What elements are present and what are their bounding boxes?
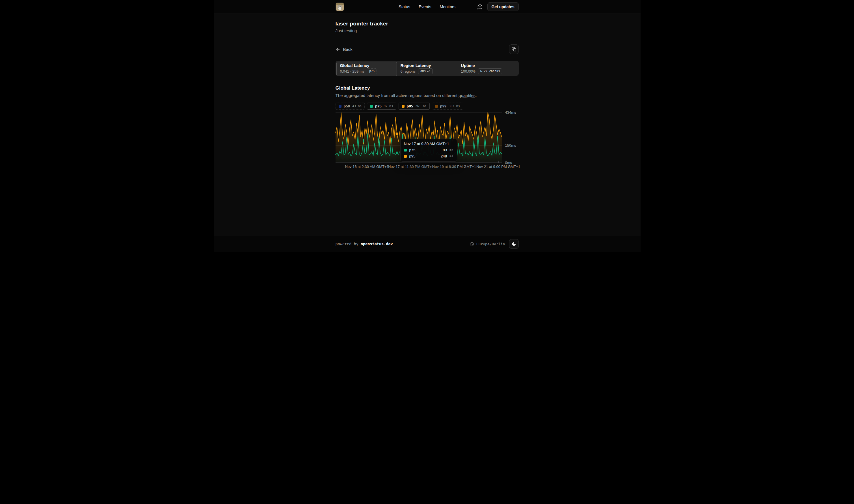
legend-label: p99 [440, 104, 447, 108]
section-description: The aggregated latency from all active r… [335, 93, 519, 98]
chart-tooltip: Nov 17 at 9:30 AM GMT+1 p75 83 ms p95 24… [400, 139, 457, 162]
p50-swatch [339, 105, 342, 108]
x-axis-label: Nov 16 at 2:30 AM GMT+1 [345, 164, 388, 169]
tab-global-latency[interactable]: Global Latency 0.041 - 259 ms p75 [337, 61, 397, 76]
openstatus-link[interactable]: openstatus.dev [361, 242, 393, 246]
tab-subtitle: 6 regions [401, 69, 416, 73]
speech-bubble-icon [477, 4, 483, 10]
feedback-button[interactable] [476, 3, 484, 11]
legend-toggle-p99[interactable]: p99 307 ms [432, 103, 463, 110]
status-page: Status Events Monitors Get updates [214, 0, 640, 252]
section-heading: Global Latency [335, 85, 519, 91]
back-link[interactable]: Back [335, 47, 352, 52]
chart-legend: p50 43 ms p75 97 ms p95 261 ms p99 307 m… [335, 103, 519, 110]
powered-by-text: powered by openstatus.dev [335, 242, 393, 246]
clock-icon [470, 242, 474, 246]
tooltip-series-label: p95 [409, 154, 416, 158]
navbar: Status Events Monitors Get updates [214, 0, 640, 14]
tab-uptime[interactable]: Uptime 100.00% 6.2k checks [457, 61, 518, 76]
tab-region-latency[interactable]: Region Latency 6 regions ams [397, 61, 457, 76]
p95-swatch [404, 155, 407, 158]
tab-title: Uptime [461, 63, 514, 68]
y-axis-label: 150ms [505, 143, 516, 147]
nav-events[interactable]: Events [419, 4, 431, 9]
trending-up-icon [427, 70, 430, 73]
page-subtitle: Just testing [335, 28, 519, 33]
latency-chart[interactable]: Nov 16 at 2:30 AM GMT+1 Nov 17 at 11:30 … [335, 112, 519, 173]
legend-toggle-p50[interactable]: p50 43 ms [335, 103, 365, 110]
page-title: laser pointer tracker [335, 21, 519, 27]
main-nav: Status Events Monitors [399, 4, 455, 9]
main-content: laser pointer tracker Just testing Back [335, 21, 519, 173]
tooltip-unit: ms [450, 154, 453, 158]
legend-toggle-p75[interactable]: p75 97 ms [367, 103, 396, 110]
quantile-badge: p75 [367, 68, 377, 74]
moon-icon [512, 242, 516, 246]
checks-badge: 6.2k checks [478, 68, 502, 74]
legend-label: p50 [344, 104, 350, 108]
footer: powered by openstatus.dev Europe/Berlin [214, 236, 640, 252]
legend-value: 307 ms [449, 104, 460, 108]
region-badge: ams [418, 68, 433, 74]
tooltip-value: 83 [443, 148, 447, 152]
y-axis-label: 434ms [505, 110, 516, 114]
metric-tabs: Global Latency 0.041 - 259 ms p75 Region… [335, 61, 519, 76]
y-axis: 434ms 150ms 0ms [505, 112, 522, 163]
tab-title: Global Latency [340, 63, 393, 68]
legend-label: p95 [407, 104, 413, 108]
back-label: Back [343, 47, 352, 52]
legend-value: 43 ms [352, 104, 362, 108]
p99-swatch [435, 105, 438, 108]
legend-toggle-p95[interactable]: p95 261 ms [399, 103, 430, 110]
p75-swatch [370, 105, 373, 108]
logo-cat-image[interactable] [335, 2, 344, 11]
timezone-label: Europe/Berlin [476, 242, 505, 246]
tooltip-unit: ms [450, 148, 453, 152]
timezone-display: Europe/Berlin [470, 242, 505, 246]
get-updates-button[interactable]: Get updates [487, 2, 519, 11]
tooltip-timestamp: Nov 17 at 9:30 AM GMT+1 [404, 142, 453, 146]
y-axis-label: 0ms [505, 161, 512, 165]
x-axis-label: Nov 19 at 8:30 PM GMT+1 [432, 164, 476, 169]
x-tick [498, 161, 499, 163]
tooltip-series-label: p75 [409, 148, 416, 152]
tooltip-value: 248 [441, 154, 447, 158]
tooltip-row-p75: p75 83 ms [404, 148, 453, 152]
nav-status[interactable]: Status [399, 4, 410, 9]
p75-swatch [404, 149, 407, 151]
arrow-left-icon [335, 47, 340, 52]
legend-value: 97 ms [384, 104, 393, 108]
x-axis-label: Nov 21 at 9:00 PM GMT+1 [476, 164, 520, 169]
tooltip-row-p95: p95 248 ms [404, 154, 453, 158]
copy-icon [512, 47, 516, 51]
copy-link-button[interactable] [509, 44, 519, 54]
legend-value: 261 ms [415, 104, 426, 108]
tab-subtitle: 0.041 - 259 ms [340, 69, 365, 73]
nav-monitors[interactable]: Monitors [440, 4, 455, 9]
tab-subtitle: 100.00% [461, 69, 475, 73]
chart-plot-area: Nov 16 at 2:30 AM GMT+1 Nov 17 at 11:30 … [335, 112, 502, 163]
tab-title: Region Latency [401, 63, 454, 68]
x-axis-label: Nov 17 at 11:30 PM GMT+1 [388, 164, 434, 169]
cat-avatar-graphic [336, 3, 344, 11]
quantiles-link[interactable]: quantiles [458, 93, 475, 98]
legend-label: p75 [375, 104, 381, 108]
p95-swatch [402, 105, 404, 108]
theme-toggle-button[interactable] [509, 239, 519, 249]
